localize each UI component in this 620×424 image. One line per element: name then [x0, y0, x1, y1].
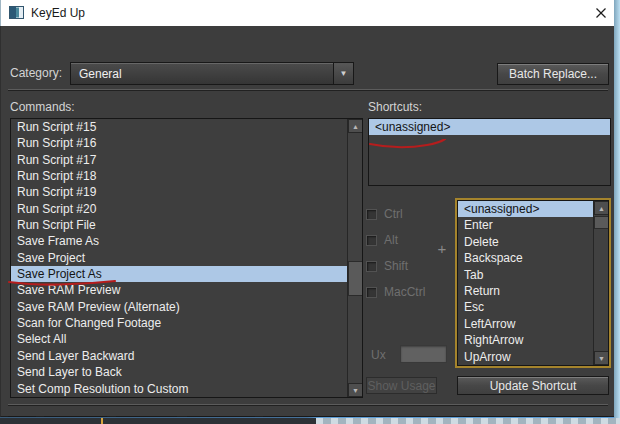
dropdown-arrow-icon[interactable]: ▼ — [333, 63, 353, 84]
key-list-item[interactable]: <unassigned> — [458, 201, 608, 217]
key-list-item[interactable]: Delete — [458, 234, 608, 250]
shift-label: Shift — [384, 259, 408, 273]
command-list-item[interactable]: Set Comp Resolution to Custom — [11, 381, 362, 397]
commands-list: ▲ ▼ Run Script #15Run Script #16Run Scri… — [10, 118, 363, 398]
divider-bottom — [8, 404, 608, 405]
alt-checkbox-row: Alt — [366, 233, 398, 247]
command-list-item[interactable]: Run Script #19 — [11, 184, 362, 200]
command-list-item[interactable]: Save RAM Preview — [11, 282, 362, 298]
shortcuts-list: <unassigned> — [368, 118, 611, 186]
commands-label: Commands: — [10, 100, 75, 114]
command-list-item[interactable]: Run Script #15 — [11, 119, 362, 135]
shortcuts-label: Shortcuts: — [368, 100, 422, 114]
ux-input — [400, 345, 447, 363]
command-list-item[interactable]: Save Project As — [11, 266, 362, 282]
key-list-item[interactable]: RightArrow — [458, 332, 608, 348]
command-list-item[interactable]: Send Layer Backward — [11, 348, 362, 364]
command-list-item[interactable]: Save Project — [11, 250, 362, 266]
commands-scrollbar-thumb[interactable] — [348, 261, 363, 296]
ctrl-checkbox-row: Ctrl — [366, 207, 403, 221]
window-title: KeyEd Up — [31, 6, 85, 20]
update-shortcut-button[interactable]: Update Shortcut — [457, 376, 609, 395]
keys-listbox-focus-ring: ▲ ▼ <unassigned>EnterDeleteBackspaceTabR… — [455, 198, 611, 368]
ctrl-label: Ctrl — [384, 207, 403, 221]
commands-scrollbar[interactable]: ▲ ▼ — [347, 119, 362, 397]
command-list-item[interactable]: Scan for Changed Footage — [11, 315, 362, 331]
category-dropdown[interactable]: General ▼ — [70, 62, 354, 85]
command-list-item[interactable]: Run Script #20 — [11, 201, 362, 217]
macctrl-checkbox — [366, 287, 377, 298]
key-list-item[interactable]: Return — [458, 283, 608, 299]
app-icon — [9, 6, 24, 19]
screen: KeyEd Up Category: General ▼ Batch Repla… — [0, 0, 620, 424]
macctrl-label: MacCtrl — [384, 285, 425, 299]
command-list-item[interactable]: Send Layer to Back — [11, 364, 362, 380]
key-list-item[interactable]: LeftArrow — [458, 316, 608, 332]
keys-list: ▲ ▼ <unassigned>EnterDeleteBackspaceTabR… — [457, 200, 609, 366]
alt-checkbox — [366, 235, 377, 246]
window-right-border — [614, 0, 620, 418]
divider-top — [8, 89, 608, 90]
category-selected-value: General — [79, 67, 122, 81]
key-list-item[interactable]: Esc — [458, 299, 608, 315]
plus-sign: + — [434, 240, 450, 257]
close-icon — [595, 7, 607, 19]
scroll-up-icon[interactable]: ▲ — [594, 201, 609, 215]
key-list-item[interactable]: UpArrow — [458, 349, 608, 365]
background-app-strip-dashes — [316, 418, 620, 424]
title-bar: KeyEd Up — [0, 0, 614, 26]
command-list-item[interactable]: Save Frame As — [11, 233, 362, 249]
command-list-item[interactable]: Save RAM Preview (Alternate) — [11, 299, 362, 315]
show-usage-button: Show Usage — [366, 377, 437, 394]
command-list-item[interactable]: Run Script #17 — [11, 152, 362, 168]
shift-checkbox — [366, 261, 377, 272]
shift-checkbox-row: Shift — [366, 259, 408, 273]
scroll-up-icon[interactable]: ▲ — [348, 119, 363, 133]
ux-label: Ux — [371, 348, 386, 362]
background-playhead-tick — [101, 418, 103, 424]
key-list-item[interactable]: Tab — [458, 267, 608, 283]
key-list-item[interactable]: Enter — [458, 217, 608, 233]
keys-scrollbar[interactable]: ▲ ▼ — [593, 201, 608, 365]
alt-label: Alt — [384, 233, 398, 247]
batch-replace-button[interactable]: Batch Replace... — [497, 63, 609, 85]
keys-scrollbar-thumb[interactable] — [594, 216, 609, 229]
ctrl-checkbox — [366, 209, 377, 220]
scroll-down-icon[interactable]: ▼ — [594, 351, 609, 365]
key-list-item[interactable]: Backspace — [458, 250, 608, 266]
command-list-item[interactable]: Run Script #16 — [11, 135, 362, 151]
category-label: Category: — [10, 66, 62, 80]
macctrl-checkbox-row: MacCtrl — [366, 285, 425, 299]
shortcut-list-item[interactable]: <unassigned> — [369, 119, 610, 135]
command-list-item[interactable]: Run Script #18 — [11, 168, 362, 184]
command-list-item[interactable]: Select All — [11, 331, 362, 347]
scroll-down-icon[interactable]: ▼ — [348, 383, 363, 397]
command-list-item[interactable]: Run Script File — [11, 217, 362, 233]
close-button[interactable] — [589, 3, 613, 23]
background-app-strip — [0, 418, 316, 424]
